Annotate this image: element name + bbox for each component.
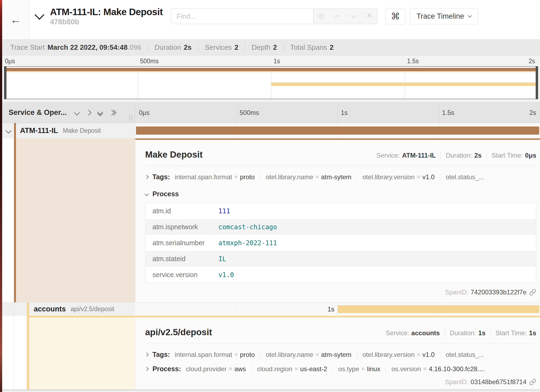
process-row[interactable]: Process: cloud.provider=aws cloud.region… (145, 365, 536, 373)
span-id-row: SpanID: 742003393b122f7e (145, 288, 536, 296)
span-row-atm-name-cell[interactable]: ATM-111-IL Make Deposit (2, 123, 135, 138)
span-bar-accounts[interactable] (338, 305, 539, 313)
start-time-value: 0μs (525, 152, 536, 159)
process-value: v1.0 (218, 267, 536, 283)
table-row: service.version v1.0 (145, 267, 536, 283)
link-icon[interactable] (529, 289, 536, 296)
divider (357, 174, 357, 181)
axis-tick: 0μs (139, 109, 149, 117)
chevron-right-icon[interactable] (145, 353, 149, 357)
span-detail-atm: Make Deposit Service: ATM-111-IL Duratio… (2, 138, 540, 302)
divider (148, 43, 148, 51)
find-input[interactable] (171, 8, 314, 24)
equals: = (361, 366, 365, 373)
page-bottom-edge (2, 390, 540, 392)
divider (145, 343, 536, 344)
chevron-right-icon[interactable] (145, 367, 149, 371)
minimap-canvas[interactable] (4, 66, 538, 99)
span-bar-atm[interactable] (136, 127, 539, 135)
operation-name: Make Deposit (63, 127, 101, 134)
minimap-range-handle-right[interactable] (536, 66, 538, 99)
collapse-all-icon[interactable] (110, 111, 116, 115)
expand-all-icon[interactable] (98, 110, 102, 115)
minimap-tick: 0μs (5, 58, 15, 65)
total-spans-label: Total Spans (290, 43, 327, 52)
span-detail-accounts-gutter (2, 316, 135, 390)
process-value: atmxph-2022-111 (218, 235, 536, 251)
chevron-down-icon[interactable] (145, 192, 149, 196)
keyboard-shortcuts-button[interactable]: ⌘ (385, 8, 405, 24)
service-label: Service: (376, 152, 400, 159)
span-duration-label: 1s (328, 305, 334, 313)
next-match-icon[interactable] (345, 9, 361, 24)
tag-key: otel.library.name (266, 351, 314, 358)
minimap-span-bar-2 (271, 82, 537, 86)
chevron-right-icon[interactable] (145, 175, 149, 179)
collapse-trace-chevron-icon[interactable] (36, 13, 43, 19)
span-row-atm-timeline-cell[interactable] (135, 123, 540, 138)
equals: = (423, 366, 427, 373)
process-section-header[interactable]: Process (145, 190, 536, 198)
axis-tick: 500ms (240, 109, 259, 117)
tag-value: proto (240, 173, 255, 181)
gutter-line (26, 303, 27, 316)
gutter-line (14, 303, 14, 316)
span-operation-title: Make Deposit (145, 150, 203, 160)
span-detail-accounts-body: api/v2.5/deposit Service: accounts Durat… (135, 316, 540, 390)
tag-value: atm-sytem (321, 173, 351, 181)
tags-label[interactable]: Tags: (152, 351, 170, 358)
divider (445, 330, 445, 337)
divider (284, 43, 284, 51)
match-locate-icon[interactable] (314, 9, 329, 24)
minimap-range-handle-left[interactable] (4, 66, 6, 99)
process-kv-table: atm.id 111 atm.ispnetwork comcast-chicag… (145, 203, 536, 283)
view-selector-label: Trace Timeline (416, 12, 464, 21)
column-resize-handle[interactable] (129, 115, 132, 121)
span-id-value: 03148be6751f8714 (471, 378, 526, 386)
sort-chevron-down-icon[interactable] (74, 110, 80, 115)
divider (251, 366, 252, 373)
prev-match-icon[interactable] (329, 9, 345, 24)
clear-find-icon[interactable]: × (361, 8, 377, 25)
depth-value: 2 (273, 43, 277, 52)
link-icon[interactable] (529, 378, 536, 386)
find-controls: × (314, 8, 378, 24)
equals: = (234, 351, 238, 358)
page-title: ATM-111-IL: Make Deposit (50, 6, 163, 17)
collapse-children-chevron-icon[interactable] (6, 128, 11, 134)
process-label[interactable]: Process (152, 190, 179, 198)
tag-value: atm-sytem (321, 351, 351, 358)
span-row-accounts-name-cell[interactable]: accounts api/v2.5/deposit (2, 303, 135, 316)
service-name: accounts (34, 305, 66, 313)
equals: = (315, 174, 319, 181)
tags-row[interactable]: Tags: internal.span.format=proto otel.li… (145, 351, 536, 358)
process-key: cloud.region (257, 365, 292, 373)
chevron-down-icon (468, 14, 472, 18)
tag-value: proto (240, 351, 255, 358)
tag-key-truncated: otel.status_... (446, 173, 484, 181)
divider (386, 366, 386, 373)
minimap-tick: 1.5s (407, 58, 419, 65)
divider (333, 366, 333, 373)
sort-chevron-right-icon[interactable] (86, 110, 91, 115)
view-selector-dropdown[interactable]: Trace Timeline (410, 8, 478, 24)
trace-summary-bar: Trace Start March 22 2022, 09:54:48 .096… (2, 39, 540, 55)
divider (145, 166, 536, 166)
tags-row[interactable]: Tags: internal.span.format=proto otel.li… (145, 173, 536, 181)
minimap-tick-labels: 0μs 500ms 1s 1.5s 2s (2, 58, 540, 65)
tags-label[interactable]: Tags: (152, 173, 170, 181)
equals: = (417, 351, 420, 358)
span-row-accounts-timeline-cell[interactable]: 1s (135, 303, 540, 316)
divider (260, 174, 261, 181)
service-operation-column-header[interactable]: Service & Oper... (2, 102, 135, 123)
process-value: linux (367, 365, 380, 373)
equals: = (417, 174, 420, 181)
services-value: 2 (234, 43, 238, 52)
trace-title-block: ATM-111-IL: Make Deposit 478b80b (50, 6, 163, 26)
duration-label: Duration: (446, 152, 472, 159)
duration-value: 2s (474, 152, 482, 159)
process-label[interactable]: Process: (152, 365, 181, 373)
back-button[interactable]: ← (2, 0, 29, 39)
service-column-title: Service & Oper... (9, 108, 67, 117)
span-row-accounts: accounts api/v2.5/deposit 1s (2, 302, 540, 316)
